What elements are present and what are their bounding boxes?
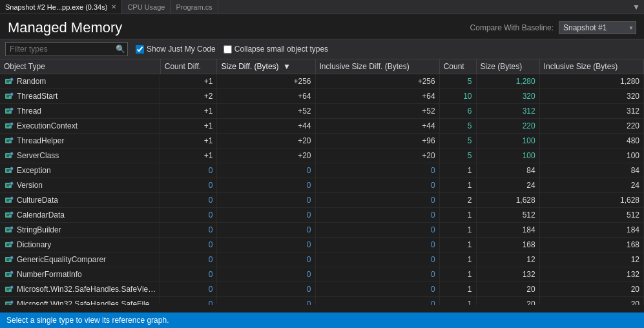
cell-object-type: StringBuilder [0,223,160,237]
table-row[interactable]: CultureData 0 0 0 2 1,628 1,628 [0,193,644,208]
object-type-name: CalendarData [17,210,65,220]
cell-size: 512 [476,208,539,223]
cell-size: 168 [476,238,539,252]
collapse-small-checkbox[interactable] [223,45,232,54]
cell-count: 1 [439,252,476,267]
cell-size: 132 [476,267,539,282]
cell-count: 5 [439,134,476,149]
svg-point-19 [10,212,14,215]
cell-count: 1 [439,178,476,193]
cell-incl-size-diff: 0 [315,238,439,252]
col-header-size-diff[interactable]: Size Diff. (Bytes) ▼ [217,59,315,74]
tab-program-cs[interactable]: Program.cs [171,0,218,14]
cell-count: 1 [439,282,476,297]
status-bar: Select a single type to view its referen… [0,313,644,328]
svg-point-23 [10,241,14,245]
col-header-object-type[interactable]: Object Type [0,59,160,74]
cell-count-diff: 0 [160,282,217,297]
search-icon: 🔍 [116,45,125,54]
cell-size-diff: 0 [217,238,315,252]
cell-size-diff: +256 [217,74,315,89]
object-type-icon [4,121,14,131]
col-header-count[interactable]: Count [439,59,476,74]
cell-size: 312 [476,104,539,119]
cell-object-type: Exception [0,163,160,178]
compare-dropdown[interactable]: Snapshot #1 [559,21,636,34]
table-row[interactable]: GenericEqualityComparer 0 0 0 1 12 12 [0,252,644,267]
svg-point-7 [10,123,14,126]
cell-size: 184 [476,223,539,238]
cell-size-diff: 0 [217,178,315,193]
table-row[interactable]: Version 0 0 0 1 24 24 [0,178,644,193]
object-type-name: Exception [17,166,51,175]
cell-object-type: Thread [0,104,160,118]
col-header-inclusive-size-diff[interactable]: Inclusive Size Diff. (Bytes) [315,59,439,74]
cell-size-diff: 0 [217,223,315,238]
cell-incl-size: 320 [539,89,643,104]
cell-incl-size-diff: 0 [315,282,439,297]
col-header-inclusive-size[interactable]: Inclusive Size (Bytes) [539,59,643,74]
object-type-icon [4,240,14,250]
show-just-my-code-label: Show Just My Code [147,45,216,54]
table-row[interactable]: ThreadHelper +1 +20 +96 5 100 480 [0,134,644,149]
table-row[interactable]: Microsoft.Win32.SafeHandles.SafeFile 0 0… [0,297,644,305]
cell-size: 24 [476,178,539,193]
cell-size-diff: 0 [217,267,315,282]
cell-object-type: Microsoft.Win32.SafeHandles.SafeFile [0,297,160,305]
table-row[interactable]: Dictionary 0 0 0 1 168 168 [0,238,644,252]
compare-section: Compare With Baseline: Snapshot #1 [470,21,636,34]
cell-count-diff: 0 [160,252,217,267]
object-type-name: ServerClass [17,151,59,160]
cell-size-diff: 0 [217,252,315,267]
table-row[interactable]: Thread +1 +52 +52 6 312 312 [0,104,644,119]
table-container[interactable]: Object Type Count Diff. Size Diff. (Byte… [0,59,644,305]
object-type-icon [4,150,14,161]
tabs-overflow-icon[interactable]: ▼ [628,3,644,12]
table-row[interactable]: ServerClass +1 +20 +20 5 100 100 [0,149,644,163]
show-just-my-code-checkbox-wrap[interactable]: Show Just My Code [136,45,216,54]
cell-size-diff: +20 [217,149,315,163]
table-header-row: Object Type Count Diff. Size Diff. (Byte… [0,59,644,74]
svg-point-13 [10,167,14,170]
svg-point-11 [10,152,14,156]
page-header: Managed Memory Compare With Baseline: Sn… [0,14,644,39]
object-type-icon [4,299,14,305]
cell-count-diff: 0 [160,178,217,193]
close-tab-snapshot2-icon[interactable]: ✕ [111,3,116,10]
cell-count-diff: +1 [160,74,217,89]
table-row[interactable]: ExecutionContext +1 +44 +44 5 220 220 [0,119,644,134]
search-input[interactable] [5,42,128,56]
collapse-small-label: Collapse small object types [234,45,328,54]
object-type-icon [4,254,14,265]
object-type-name: CultureData [17,196,58,205]
cell-incl-size: 1,280 [539,74,643,89]
object-type-name: Microsoft.Win32.SafeHandles.SafeVie… [17,285,156,294]
svg-point-3 [10,93,14,96]
cell-incl-size-diff: +52 [315,104,439,119]
svg-point-5 [10,108,14,111]
object-type-name: NumberFormatInfo [17,270,82,279]
cell-size-diff: +64 [217,89,315,104]
table-row[interactable]: StringBuilder 0 0 0 1 184 184 [0,223,644,238]
table-row[interactable]: Random +1 +256 +256 5 1,280 1,280 [0,74,644,89]
compare-dropdown-wrap[interactable]: Snapshot #1 [559,21,636,34]
col-header-count-diff[interactable]: Count Diff. [160,59,217,74]
collapse-small-checkbox-wrap[interactable]: Collapse small object types [223,45,328,54]
cell-object-type: ServerClass [0,149,160,163]
toolbar: 🔍 Show Just My Code Collapse small objec… [0,39,644,59]
table-row[interactable]: CalendarData 0 0 0 1 512 512 [0,208,644,223]
tab-snapshot2[interactable]: Snapshot #2 He...pp.exe (0.34s) ✕ [0,0,122,14]
svg-point-29 [10,286,14,289]
object-type-icon [4,195,14,205]
col-header-size[interactable]: Size (Bytes) [476,59,539,74]
cell-incl-size: 312 [539,104,643,119]
object-type-name: Thread [17,107,41,116]
table-row[interactable]: NumberFormatInfo 0 0 0 1 132 132 [0,267,644,282]
table-row[interactable]: Exception 0 0 0 1 84 84 [0,163,644,178]
cell-object-type: CultureData [0,193,160,207]
tab-cpu-usage[interactable]: CPU Usage [122,0,171,14]
table-row[interactable]: ThreadStart +2 +64 +64 10 320 320 [0,89,644,104]
table-row[interactable]: Microsoft.Win32.SafeHandles.SafeVie… 0 0… [0,282,644,297]
cell-object-type: GenericEqualityComparer [0,252,160,267]
show-just-my-code-checkbox[interactable] [136,45,144,54]
